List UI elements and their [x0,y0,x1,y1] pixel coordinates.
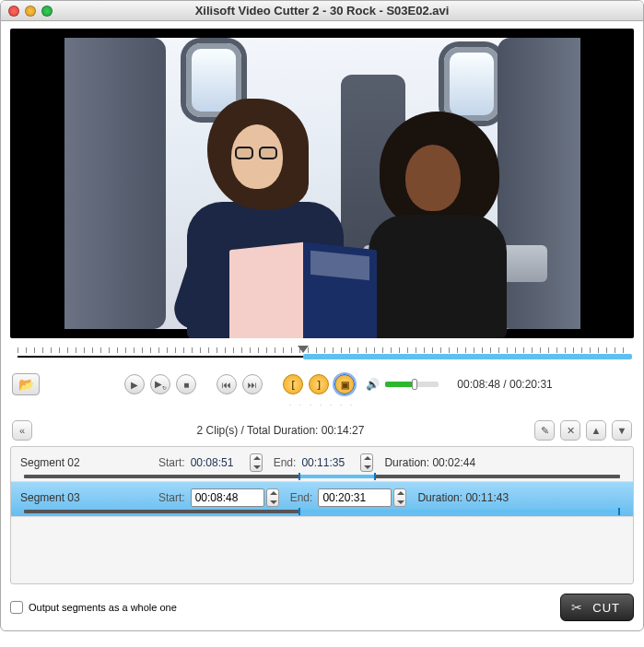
timeline-selection[interactable] [303,354,632,359]
segment-row[interactable]: Segment 03Start:End:Duration: 00:11:43 [11,482,633,517]
segment-name: Segment 02 [20,456,158,469]
output-whole-checkbox[interactable] [10,601,23,614]
volume-slider[interactable] [385,382,439,387]
chevron-up-double-icon: « [19,425,25,436]
document-add-icon: ✎ [541,425,549,437]
segment-name: Segment 03 [20,491,158,504]
close-window-button[interactable] [8,6,19,17]
minimize-window-button[interactable] [25,6,36,17]
delete-icon: ✕ [567,425,575,437]
play-loop-button[interactable]: ▶↻ [150,374,170,394]
prev-icon: ⏮ [222,380,231,390]
start-label: Start: [158,456,185,469]
volume-handle[interactable] [412,379,417,390]
segment-duration: Duration: 00:02:44 [384,456,475,469]
segment-add-icon: ▣ [341,380,349,390]
segment-end-value: 00:11:35 [301,456,357,469]
move-down-button[interactable]: ▼ [612,420,632,441]
end-label: End: [274,456,297,469]
set-start-button[interactable]: [ [283,374,303,394]
titlebar[interactable]: Xilisoft Video Cutter 2 - 30 Rock - S03E… [1,1,643,21]
output-whole-label: Output segments as a whole one [29,602,177,613]
prev-frame-button[interactable]: ⏮ [217,374,237,394]
segment-start-value: 00:08:51 [191,456,246,469]
collapse-panel-button[interactable]: « [12,420,32,441]
cut-button-label: CUT [592,601,620,615]
next-icon: ⏭ [248,380,257,390]
folder-icon: 📂 [18,377,34,392]
timeline-playhead[interactable] [298,346,309,353]
end-label: End: [290,491,313,504]
bracket-end-icon: ] [318,380,321,390]
volume-icon[interactable]: 🔊 [366,378,380,391]
cut-button[interactable]: ✂ CUT [560,594,634,621]
play-button[interactable]: ▶ [124,374,145,394]
stop-button[interactable]: ■ [176,374,196,394]
segment-duration: Duration: 00:11:43 [417,491,509,504]
open-file-button[interactable]: 📂 [12,373,40,395]
time-display: 00:08:48 / 00:20:31 [457,378,552,391]
bracket-start-icon: [ [292,380,295,390]
start-label: Start: [158,491,185,504]
window-title: Xilisoft Video Cutter 2 - 30 Rock - S03E… [1,4,643,18]
play-loop-icon: ▶↻ [155,379,167,391]
delete-clip-button[interactable]: ✕ [560,420,580,441]
segment-row[interactable]: Segment 02Start:00:08:51End:00:11:35Dura… [11,447,633,482]
chevron-up-icon: ▲ [591,425,602,436]
stop-icon: ■ [183,380,189,390]
chevron-down-icon: ▼ [617,425,627,436]
set-end-button[interactable]: ] [309,374,329,394]
start-stepper[interactable] [250,453,263,472]
new-segment-button[interactable]: ▣ [334,374,355,394]
play-icon: ▶ [131,380,138,390]
segment-range-bar [24,475,620,478]
zoom-window-button[interactable] [41,6,53,17]
start-stepper[interactable] [266,488,279,507]
scissors-icon: ✂ [568,599,585,616]
panel-divider: · · · · · · · [10,400,634,409]
end-stepper[interactable] [360,453,373,472]
segment-end-input[interactable] [318,488,392,507]
end-stepper[interactable] [393,488,406,507]
segment-list[interactable]: Segment 02Start:00:08:51End:00:11:35Dura… [10,446,634,584]
move-up-button[interactable]: ▲ [586,420,606,441]
video-frame [64,38,580,329]
video-preview[interactable] [10,29,634,338]
next-frame-button[interactable]: ⏭ [242,374,263,394]
segment-range-bar [24,510,620,513]
timeline[interactable] [12,347,632,368]
segment-start-input[interactable] [191,488,264,507]
new-clip-button[interactable]: ✎ [534,420,555,441]
clip-summary: 2 Clip(s) / Total Duration: 00:14:27 [32,424,529,437]
